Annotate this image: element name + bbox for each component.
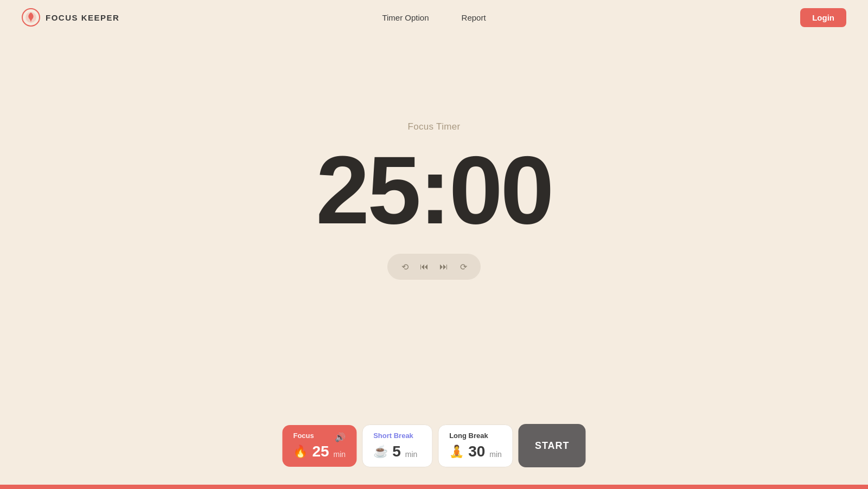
long-break-time: 30	[468, 443, 485, 460]
long-break-unit: min	[489, 450, 502, 459]
speaker-icon: 🔊	[335, 432, 346, 442]
long-break-label: Long Break	[449, 432, 502, 440]
rewind-button[interactable]: ⟲	[396, 258, 413, 275]
fast-forward-button[interactable]: ⟳	[455, 258, 472, 275]
bottom-bar: Focus 🔊 🔥 25 min Short Break ☕ 5 min Lon…	[282, 424, 585, 467]
main-content: Focus Timer 25:00 ⟲ ⏮ ⏭ ⟳	[0, 35, 868, 410]
fast-forward-icon: ⟳	[460, 262, 467, 272]
short-break-time: 5	[392, 443, 401, 460]
focus-card-label: Focus	[293, 432, 314, 440]
timer-display: 25:00	[316, 142, 552, 239]
logo-text: FOCUS KEEPER	[46, 13, 119, 22]
focus-card[interactable]: Focus 🔊 🔥 25 min	[282, 425, 356, 467]
navigation: FOCUS KEEPER Timer Option Report Login	[0, 0, 868, 35]
forward-button[interactable]: ⏭	[435, 258, 452, 275]
login-button[interactable]: Login	[800, 8, 846, 27]
logo: FOCUS KEEPER	[22, 8, 119, 27]
back-button[interactable]: ⏮	[416, 258, 433, 275]
nav-link-timer-option[interactable]: Timer Option	[382, 13, 429, 22]
timer-controls: ⟲ ⏮ ⏭ ⟳	[387, 254, 481, 280]
back-icon: ⏮	[420, 262, 429, 272]
short-break-label: Short Break	[373, 432, 421, 440]
long-break-icon: 🧘	[449, 445, 464, 459]
start-button[interactable]: START	[519, 424, 586, 467]
footer-accent-line	[0, 485, 868, 489]
nav-links: Timer Option Report	[382, 13, 486, 22]
long-break-card[interactable]: Long Break 🧘 30 min	[438, 424, 513, 467]
nav-link-report[interactable]: Report	[462, 13, 486, 22]
focus-unit: min	[334, 450, 346, 459]
short-break-unit: min	[405, 450, 418, 459]
short-break-card[interactable]: Short Break ☕ 5 min	[362, 424, 432, 467]
focus-icon: 🔥	[293, 445, 308, 459]
forward-icon: ⏭	[439, 262, 448, 272]
focus-time: 25	[312, 443, 329, 460]
timer-mode-label: Focus Timer	[408, 121, 461, 132]
logo-icon	[22, 8, 40, 27]
short-break-icon: ☕	[373, 445, 388, 459]
rewind-icon: ⟲	[401, 262, 409, 272]
